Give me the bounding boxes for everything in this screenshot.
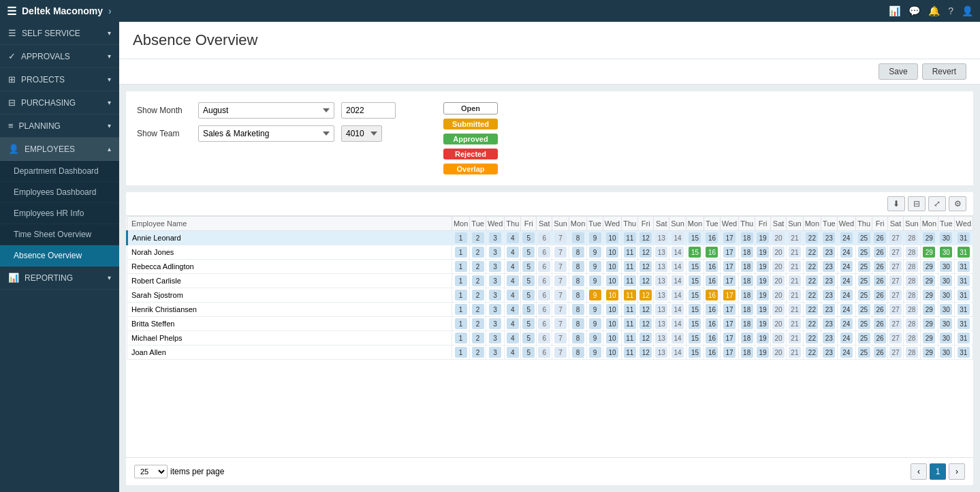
- day-cell[interactable]: 9: [587, 317, 603, 331]
- day-cell[interactable]: 7: [552, 331, 569, 345]
- day-cell[interactable]: 21: [787, 288, 804, 303]
- day-cell[interactable]: 22: [803, 260, 821, 274]
- day-cell[interactable]: 23: [821, 245, 838, 260]
- sidebar-item-department-dashboard[interactable]: Department Dashboard: [0, 161, 119, 182]
- day-cell[interactable]: 23: [821, 303, 838, 317]
- day-cell[interactable]: 14: [669, 317, 686, 331]
- day-cell[interactable]: 24: [837, 317, 855, 331]
- day-cell[interactable]: 8: [569, 231, 586, 245]
- day-cell[interactable]: 30: [938, 245, 955, 260]
- table-row[interactable]: Robert Carlisle1234567891011121314151617…: [127, 274, 973, 288]
- day-cell[interactable]: 15: [686, 317, 704, 331]
- day-cell[interactable]: 20: [771, 331, 787, 345]
- day-cell[interactable]: 9: [587, 345, 603, 360]
- day-cell[interactable]: 22: [803, 303, 821, 317]
- day-cell[interactable]: 17: [720, 260, 738, 274]
- table-row[interactable]: Annie Leonard123456789101112131415161718…: [127, 231, 973, 245]
- day-cell[interactable]: 19: [755, 245, 771, 260]
- day-cell[interactable]: 20: [771, 274, 787, 288]
- day-cell[interactable]: 13: [654, 317, 669, 331]
- day-cell[interactable]: 4: [505, 288, 521, 303]
- day-cell[interactable]: 30: [938, 288, 955, 303]
- day-cell[interactable]: 16: [704, 331, 721, 345]
- day-cell[interactable]: 19: [755, 345, 771, 360]
- day-cell[interactable]: 10: [603, 303, 621, 317]
- day-cell[interactable]: 18: [739, 331, 755, 345]
- day-cell[interactable]: 15: [686, 231, 704, 245]
- day-cell[interactable]: 15: [686, 274, 704, 288]
- sidebar-item-time-sheet-overview[interactable]: Time Sheet Overview: [0, 224, 119, 245]
- day-cell[interactable]: 23: [821, 345, 838, 360]
- day-cell[interactable]: 4: [505, 274, 521, 288]
- day-cell[interactable]: 22: [803, 331, 821, 345]
- day-cell[interactable]: 8: [569, 260, 586, 274]
- day-cell[interactable]: 26: [872, 231, 888, 245]
- day-cell[interactable]: 27: [888, 345, 904, 360]
- day-cell[interactable]: 16: [704, 317, 721, 331]
- day-cell[interactable]: 30: [938, 274, 955, 288]
- day-cell[interactable]: 11: [622, 231, 638, 245]
- day-cell[interactable]: 12: [638, 260, 654, 274]
- day-cell[interactable]: 7: [552, 288, 569, 303]
- day-cell[interactable]: 24: [837, 288, 855, 303]
- day-cell[interactable]: 5: [521, 245, 537, 260]
- day-cell[interactable]: 12: [638, 303, 654, 317]
- day-cell[interactable]: 30: [938, 317, 955, 331]
- day-cell[interactable]: 22: [803, 288, 821, 303]
- day-cell[interactable]: 20: [771, 245, 787, 260]
- day-cell[interactable]: 10: [603, 274, 621, 288]
- day-cell[interactable]: 9: [587, 331, 603, 345]
- month-select[interactable]: August: [198, 102, 334, 119]
- per-page-select[interactable]: 251050100: [134, 465, 168, 478]
- day-cell[interactable]: 15: [686, 245, 704, 260]
- day-cell[interactable]: 9: [587, 245, 603, 260]
- day-cell[interactable]: 25: [856, 345, 872, 360]
- day-cell[interactable]: 17: [720, 245, 738, 260]
- day-cell[interactable]: 19: [755, 303, 771, 317]
- day-cell[interactable]: 16: [704, 303, 721, 317]
- day-cell[interactable]: 21: [787, 331, 804, 345]
- day-cell[interactable]: 19: [755, 331, 771, 345]
- day-cell[interactable]: 14: [669, 345, 686, 360]
- day-cell[interactable]: 31: [954, 245, 973, 260]
- day-cell[interactable]: 26: [872, 260, 888, 274]
- day-cell[interactable]: 29: [920, 345, 938, 360]
- day-cell[interactable]: 9: [587, 274, 603, 288]
- day-cell[interactable]: 4: [505, 303, 521, 317]
- day-cell[interactable]: 31: [954, 274, 973, 288]
- day-cell[interactable]: 27: [888, 288, 904, 303]
- day-cell[interactable]: 1: [452, 345, 469, 360]
- day-cell[interactable]: 19: [755, 274, 771, 288]
- chart-icon[interactable]: 📊: [889, 5, 900, 16]
- day-cell[interactable]: 16: [704, 245, 721, 260]
- day-cell[interactable]: 3: [486, 231, 504, 245]
- day-cell[interactable]: 4: [505, 317, 521, 331]
- day-cell[interactable]: 17: [720, 288, 738, 303]
- day-cell[interactable]: 31: [954, 231, 973, 245]
- day-cell[interactable]: 2: [470, 303, 486, 317]
- day-cell[interactable]: 15: [686, 260, 704, 274]
- day-cell[interactable]: 30: [938, 331, 955, 345]
- day-cell[interactable]: 8: [569, 345, 586, 360]
- day-cell[interactable]: 10: [603, 345, 621, 360]
- day-cell[interactable]: 27: [888, 317, 904, 331]
- day-cell[interactable]: 8: [569, 274, 586, 288]
- day-cell[interactable]: 7: [552, 345, 569, 360]
- day-cell[interactable]: 22: [803, 274, 821, 288]
- day-cell[interactable]: 11: [622, 260, 638, 274]
- day-cell[interactable]: 2: [470, 331, 486, 345]
- day-cell[interactable]: 21: [787, 274, 804, 288]
- day-cell[interactable]: 24: [837, 303, 855, 317]
- day-cell[interactable]: 17: [720, 274, 738, 288]
- sidebar-item-employees-dashboard[interactable]: Employees Dashboard: [0, 182, 119, 203]
- page-1-button[interactable]: 1: [930, 463, 946, 480]
- day-cell[interactable]: 15: [686, 303, 704, 317]
- day-cell[interactable]: 16: [704, 231, 721, 245]
- day-cell[interactable]: 28: [904, 303, 921, 317]
- day-cell[interactable]: 8: [569, 245, 586, 260]
- day-cell[interactable]: 3: [486, 331, 504, 345]
- day-cell[interactable]: 27: [888, 245, 904, 260]
- day-cell[interactable]: 29: [920, 274, 938, 288]
- day-cell[interactable]: 17: [720, 331, 738, 345]
- day-cell[interactable]: 26: [872, 288, 888, 303]
